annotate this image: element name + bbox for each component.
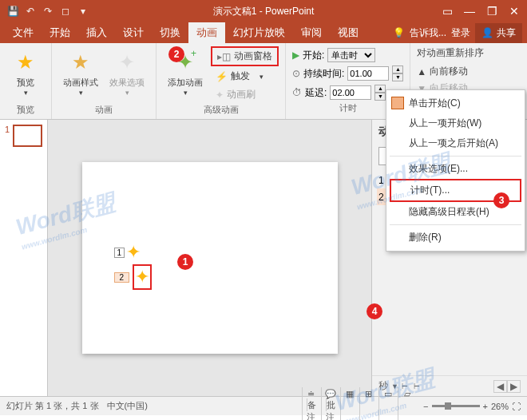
tab-animations[interactable]: 动画 (188, 22, 225, 43)
group-label-preview: 预览 (6, 104, 45, 117)
scroll-left-icon[interactable]: ◀ (493, 380, 507, 393)
delay-up[interactable]: ▲ (374, 85, 386, 93)
quick-access-toolbar: 💾 ↶ ↷ ◻ ▾ (3, 6, 89, 17)
duration-icon: ⊙ (292, 68, 300, 79)
window-controls: ▭ — ❐ ✕ (438, 5, 524, 18)
menu-effect-options[interactable]: 效果选项(E)... (386, 159, 525, 179)
slide-edit-area[interactable]: 1 ✦ 2 ✦ (48, 120, 371, 396)
qat-dropdown-icon[interactable]: ▾ (77, 6, 89, 17)
callout-2: 2 (168, 46, 184, 62)
duration-up[interactable]: ▲ (392, 65, 403, 73)
status-bar: 幻灯片 第 1 张，共 1 张 中文(中国) ≐ 备注 💬 批注 ▦ ⊞ ▭ ▱… (0, 396, 527, 415)
anim-tag-2[interactable]: 2 (114, 272, 130, 283)
scroll-right-icon[interactable]: ▶ (507, 380, 521, 393)
start-from-beginning-icon[interactable]: ◻ (59, 6, 72, 17)
slide-object-1[interactable]: 1 ✦ (114, 242, 141, 263)
animation-pane-icon: ▸◫ (217, 51, 231, 62)
tab-design[interactable]: 设计 (115, 22, 152, 43)
ribbon-options-icon[interactable]: ▭ (438, 5, 457, 18)
item-index: 1 (378, 175, 384, 186)
window-title: 演示文稿1 - PowerPoint (89, 5, 438, 18)
tab-home[interactable]: 开始 (42, 22, 78, 43)
item-index: 2 (378, 192, 384, 203)
reading-view-icon[interactable]: ▭ (378, 387, 396, 420)
preview-button[interactable]: ★ 预览▾ (6, 46, 45, 98)
restore-icon[interactable]: ❐ (482, 5, 501, 18)
effect-options-icon: ✦ (119, 51, 135, 73)
delay-down[interactable]: ▼ (374, 93, 386, 101)
slide-number: 1 (5, 125, 10, 134)
start-select[interactable]: 单击时 (327, 48, 375, 62)
duration-down[interactable]: ▼ (392, 73, 403, 81)
up-arrow-icon: ▲ (417, 66, 426, 77)
animation-pane: 动画窗格 ▾ ✕ ▶播放自 ▲ ▼ 1 ★ 十字星 4 2 ★ 十字星 (371, 120, 527, 396)
preview-icon: ★ (17, 51, 34, 73)
tab-transitions[interactable]: 切换 (152, 22, 188, 43)
menu-after-previous[interactable]: 从上一项之后开始(A) (386, 133, 525, 153)
menu-click-start[interactable]: 单击开始(C) (386, 93, 525, 113)
tab-view[interactable]: 视图 (330, 22, 367, 43)
zoom-control: − + 26% ⛶ (423, 402, 521, 411)
ribbon-group-preview: ★ 预览▾ 预览 (0, 43, 52, 119)
star-icon: ✦ (135, 267, 149, 287)
effect-options-button: ✦ 效果选项▾ (105, 46, 149, 98)
tab-file[interactable]: 文件 (5, 22, 42, 43)
animation-style-icon: ★ (72, 51, 89, 73)
ribbon-group-animation: ★ 动画样式▾ ✦ 效果选项▾ 动画 (52, 43, 157, 119)
move-earlier-button[interactable]: ▲向前移动 (417, 63, 484, 80)
start-label: 开始: (303, 49, 324, 62)
group-label-advanced: 高级动画 (163, 104, 279, 117)
callout-4: 4 (367, 303, 382, 319)
undo-icon[interactable]: ↶ (24, 6, 37, 17)
slide-thumbnail-panel: 1 (0, 120, 48, 396)
animation-style-button[interactable]: ★ 动画样式▾ (58, 46, 103, 98)
save-icon[interactable]: 💾 (6, 6, 19, 17)
tab-review[interactable]: 审阅 (293, 22, 330, 43)
trigger-icon: ⚡ (216, 71, 228, 82)
trigger-button[interactable]: ⚡ 触发▾ (211, 68, 279, 85)
lightbulb-icon: 💡 (393, 27, 405, 38)
callout-1: 1 (177, 254, 193, 270)
zoom-out-icon[interactable]: − (423, 402, 428, 411)
zoom-in-icon[interactable]: + (483, 402, 488, 411)
tell-me-input[interactable]: 告诉我... (410, 26, 446, 40)
reorder-title: 对动画重新排序 (417, 46, 484, 63)
ribbon-tabs: 文件 开始 插入 设计 切换 动画 幻灯片放映 审阅 视图 💡 告诉我... 登… (0, 22, 527, 43)
star-icon: ✦ (126, 242, 141, 263)
slide-mini-preview (13, 125, 42, 147)
title-bar: 💾 ↶ ↷ ◻ ▾ 演示文稿1 - PowerPoint ▭ — ❐ ✕ (0, 0, 527, 22)
slide-count-label: 幻灯片 第 1 张，共 1 张 (6, 400, 99, 412)
share-button[interactable]: 👤共享 (475, 23, 522, 43)
painter-icon: ✦ (216, 89, 224, 101)
duration-label: 持续时间: (303, 67, 344, 81)
anim-tag-1[interactable]: 1 (114, 248, 125, 258)
signin-button[interactable]: 登录 (451, 26, 470, 40)
minimize-icon[interactable]: — (460, 5, 479, 18)
delay-label: 延迟: (305, 86, 327, 100)
slide-canvas: 1 ✦ 2 ✦ (82, 162, 338, 354)
delay-input[interactable] (330, 85, 371, 100)
menu-remove[interactable]: 删除(R) (386, 228, 525, 248)
zoom-slider[interactable] (432, 405, 480, 407)
tab-insert[interactable]: 插入 (78, 22, 115, 43)
redo-icon[interactable]: ↷ (42, 6, 54, 17)
slide-thumbnail[interactable]: 1 (5, 125, 42, 147)
callout-3: 3 (493, 192, 509, 208)
slide-object-2[interactable]: 2 ✦ (114, 264, 153, 290)
zoom-percent[interactable]: 26% (491, 402, 509, 411)
workspace: 1 1 ✦ 2 ✦ 动画窗格 ▾ ✕ ▶播放自 ▲ (0, 120, 527, 396)
delay-icon: ⏱ (292, 87, 302, 98)
animation-context-menu: 单击开始(C) 从上一项开始(W) 从上一项之后开始(A) 效果选项(E)...… (386, 89, 525, 252)
duration-input[interactable] (347, 66, 389, 81)
fit-window-icon[interactable]: ⛶ (512, 402, 521, 411)
slideshow-view-icon[interactable]: ▱ (398, 387, 415, 420)
menu-with-previous[interactable]: 从上一项开始(W) (386, 113, 525, 133)
group-label-animation: 动画 (58, 104, 149, 117)
tab-slideshow[interactable]: 幻灯片放映 (225, 22, 293, 43)
animation-pane-button[interactable]: ▸◫ 动画窗格 (211, 46, 279, 66)
animation-painter-button[interactable]: ✦ 动画刷 (211, 86, 279, 103)
share-icon: 👤 (481, 27, 493, 38)
close-icon[interactable]: ✕ (505, 5, 524, 18)
play-icon: ▶ (292, 50, 299, 61)
language-label[interactable]: 中文(中国) (107, 400, 148, 412)
